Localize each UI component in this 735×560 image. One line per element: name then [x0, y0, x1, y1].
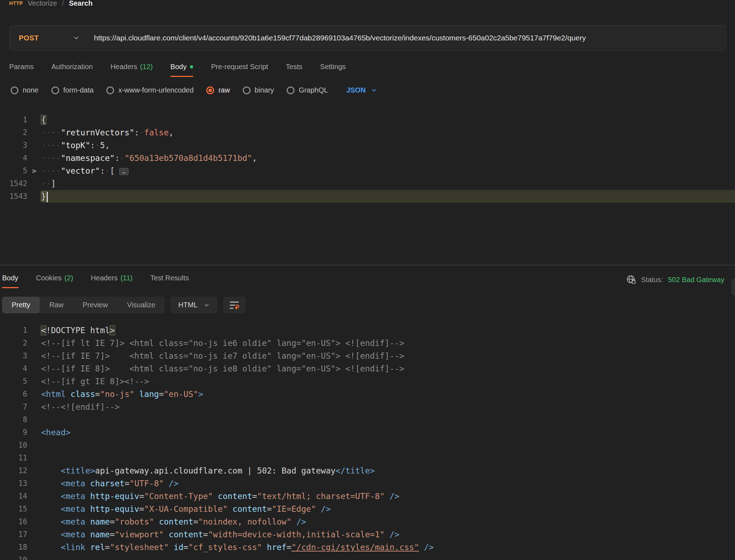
radio-button[interactable] [243, 86, 251, 94]
token-tag: /> [164, 479, 179, 488]
response-tab-test-results[interactable]: Test Results [150, 274, 189, 288]
token-pn: = [139, 504, 144, 514]
method-selector[interactable]: POST [10, 34, 94, 42]
token-val: "viewport" [115, 530, 164, 539]
body-mode-none[interactable]: none [11, 86, 39, 94]
token-lnk: "/cdn-cgi/styles/main.css" [291, 543, 419, 552]
text-cursor [47, 192, 48, 202]
token-bm: < [41, 326, 46, 335]
fold-gutter-cell [27, 528, 41, 541]
token-com: <!--<![endif]--> [41, 402, 120, 411]
wrap-lines-button[interactable] [223, 297, 245, 313]
breadcrumb-collection[interactable]: Vectorize [28, 0, 57, 7]
code-line: 3<!--[if IE 7]> <html class="no-js ie7 o… [0, 349, 735, 362]
token-tag: <meta [61, 530, 85, 539]
breadcrumb-request-name: Search [69, 0, 92, 7]
fold-gutter-cell [27, 554, 41, 560]
url-input[interactable]: https://api.cloudflare.com/client/v4/acc… [94, 34, 725, 42]
body-mode-binary[interactable]: binary [243, 86, 274, 94]
code-content: ····"topK":·5, [41, 139, 735, 152]
radio-button[interactable] [11, 86, 18, 94]
view-preview[interactable]: Preview [73, 297, 117, 313]
fold-gutter-cell [27, 452, 41, 464]
token-tag: /> [291, 517, 306, 526]
token-val: "robots" [115, 517, 154, 526]
request-body-editor[interactable]: 1{2····"returnVectors":·false,3····"topK… [0, 113, 735, 265]
token-ws: ···· [41, 141, 61, 150]
token-pn: = [252, 492, 257, 501]
line-number: 4 [0, 362, 27, 375]
tab-label: Body [170, 63, 187, 71]
view-visualize[interactable]: Visualize [117, 297, 165, 313]
token-attr: content [213, 492, 252, 501]
code-line[interactable]: 1{ [0, 113, 735, 126]
body-mode-x-www-form-urlencoded[interactable]: x-www-form-urlencoded [106, 86, 193, 94]
tab-label: Settings [320, 63, 346, 71]
token-sp [41, 479, 61, 488]
token-sp [41, 466, 61, 475]
request-tab-settings[interactable]: Settings [320, 63, 346, 77]
code-line[interactable]: 3····"topK":·5, [0, 139, 735, 152]
token-pn: : [90, 141, 95, 150]
fold-gutter-cell [27, 426, 41, 439]
line-number: 18 [0, 541, 27, 554]
code-content: <meta charset="UTF-8" /> [41, 477, 735, 490]
request-tab-body[interactable]: Body [170, 63, 193, 77]
code-line: 11 [0, 452, 735, 464]
code-content: <!DOCTYPE html> [41, 324, 735, 337]
body-mode-label: x-www-form-urlencoded [118, 86, 193, 94]
radio-button[interactable] [287, 86, 294, 94]
code-line[interactable]: 2····"returnVectors":·false, [0, 126, 735, 139]
fold-gutter-cell [27, 190, 41, 203]
radio-button[interactable] [206, 86, 214, 94]
code-line[interactable]: 4····"namespace":·"650a13eb570a8d1d4b517… [0, 152, 735, 164]
method-label: POST [19, 34, 39, 42]
request-tab-tests[interactable]: Tests [286, 63, 303, 77]
request-tab-pre-request-script[interactable]: Pre-request Script [211, 63, 268, 77]
token-tag: /> [385, 530, 399, 539]
token-val: "UTF-8" [129, 479, 164, 488]
radio-button[interactable] [106, 86, 114, 94]
body-mode-raw[interactable]: raw [206, 86, 230, 94]
view-raw[interactable]: Raw [40, 297, 73, 313]
code-line: 6<html class="no-js" lang="en-US"> [0, 388, 735, 401]
body-mode-form-data[interactable]: form-data [51, 86, 94, 94]
code-content: <!--[if lt IE 7]> <html class="no-js ie6… [41, 337, 735, 349]
request-tab-headers[interactable]: Headers(12) [111, 63, 153, 77]
request-tab-authorization[interactable]: Authorization [51, 63, 93, 77]
request-tab-params[interactable]: Params [9, 63, 34, 77]
token-tag: <meta [61, 517, 85, 526]
code-line: 16 <meta name="robots" content="noindex,… [0, 515, 735, 528]
fold-gutter-cell [27, 177, 41, 190]
collapsed-content-widget[interactable]: … [119, 168, 129, 175]
clipped-edge-element [732, 279, 735, 295]
code-line[interactable]: 1543} [0, 190, 735, 203]
code-content: } [41, 190, 735, 203]
wrap-lines-icon [229, 300, 240, 310]
token-tag: <meta [61, 479, 85, 488]
token-val: "no-js" [100, 390, 134, 399]
code-line[interactable]: 1542··] [0, 177, 735, 190]
token-attr: name [85, 530, 110, 539]
token-sp [41, 543, 61, 552]
token-key: "vector" [61, 166, 100, 175]
response-tab-headers[interactable]: Headers(11) [91, 274, 133, 288]
code-line[interactable]: 5>····"vector":·[… [0, 164, 735, 177]
line-number: 12 [0, 464, 27, 477]
token-attr: rel [85, 543, 105, 552]
response-tab-body[interactable]: Body [2, 274, 18, 288]
network-globe-icon[interactable] [626, 275, 636, 285]
token-pn: , [105, 141, 110, 150]
format-selector[interactable]: HTML [170, 297, 217, 313]
view-pretty[interactable]: Pretty [2, 297, 40, 313]
fold-toggle-icon[interactable]: > [27, 164, 41, 177]
language-selector[interactable]: JSON [346, 86, 377, 94]
body-mode-graphql[interactable]: GraphQL [287, 86, 328, 94]
radio-button[interactable] [51, 86, 59, 94]
token-val: "text/html; charset=UTF-8" [257, 492, 385, 501]
token-sp [41, 492, 61, 501]
response-tab-cookies[interactable]: Cookies(2) [36, 274, 73, 288]
status-value[interactable]: 502 Bad Gateway [668, 276, 724, 284]
token-tag: </title> [336, 466, 375, 475]
token-pn: , [169, 128, 174, 137]
